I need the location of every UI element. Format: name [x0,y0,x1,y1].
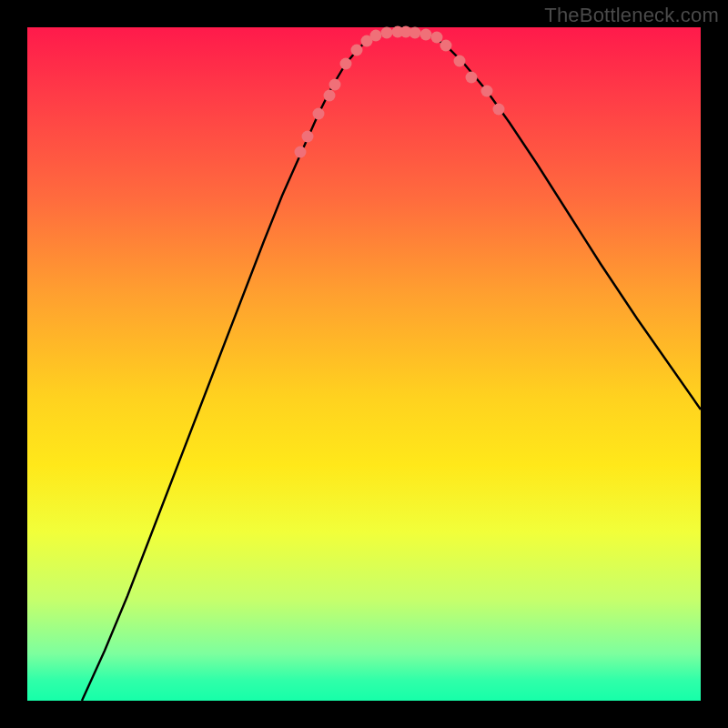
marker-dot [431,32,443,44]
marker-dot [481,86,493,97]
marker-dot [302,131,314,143]
marker-dot [313,108,325,120]
plot-area [27,27,701,701]
marker-dot [329,79,341,91]
marker-dot [440,40,452,52]
marker-dot [324,90,336,102]
marker-dot [420,29,432,41]
marker-dot [381,27,393,39]
marker-dot [351,45,363,56]
bottleneck-curve [82,32,701,701]
chart-frame: TheBottleneck.com [0,0,728,728]
highlight-markers [295,26,505,158]
marker-dot [454,56,466,67]
marker-dot [295,147,307,158]
watermark-text: TheBottleneck.com [544,4,719,27]
marker-dot [370,30,382,42]
marker-dot [466,72,478,84]
chart-svg [27,27,701,701]
marker-dot [340,58,352,70]
marker-dot [410,27,421,39]
marker-dot [493,104,505,116]
